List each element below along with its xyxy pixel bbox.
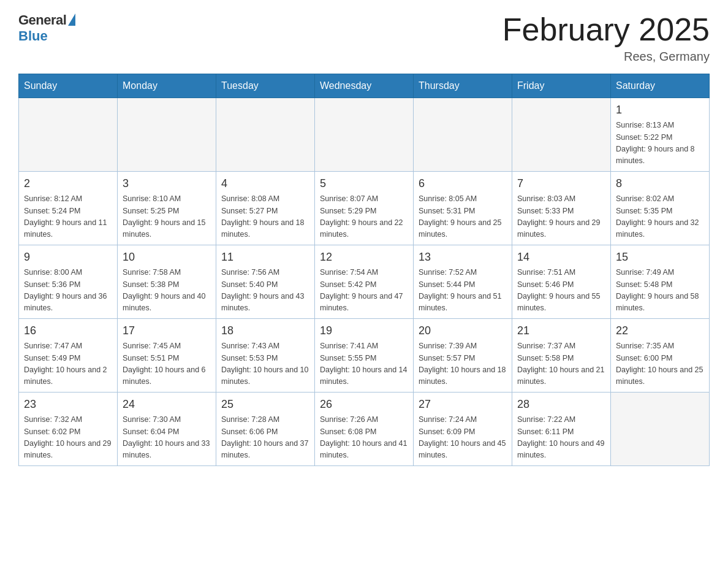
calendar-cell: 26Sunrise: 7:26 AMSunset: 6:08 PMDayligh… — [315, 393, 414, 466]
calendar-cell: 4Sunrise: 8:08 AMSunset: 5:27 PMDaylight… — [216, 172, 315, 245]
calendar-cell — [512, 98, 611, 172]
calendar-cell: 23Sunrise: 7:32 AMSunset: 6:02 PMDayligh… — [19, 393, 118, 466]
calendar-week-3: 9Sunrise: 8:00 AMSunset: 5:36 PMDaylight… — [19, 245, 710, 319]
day-info: Sunrise: 7:26 AMSunset: 6:08 PMDaylight:… — [320, 414, 408, 462]
calendar-cell — [118, 98, 216, 172]
day-number: 9 — [24, 249, 112, 266]
day-number: 14 — [517, 249, 605, 266]
day-info: Sunrise: 7:54 AMSunset: 5:42 PMDaylight:… — [320, 267, 408, 315]
day-number: 26 — [320, 396, 408, 413]
calendar-cell — [315, 98, 414, 172]
day-info: Sunrise: 7:56 AMSunset: 5:40 PMDaylight:… — [221, 267, 309, 315]
day-info: Sunrise: 8:07 AMSunset: 5:29 PMDaylight:… — [320, 193, 408, 241]
calendar-cell: 8Sunrise: 8:02 AMSunset: 5:35 PMDaylight… — [611, 172, 710, 245]
day-number: 24 — [123, 396, 211, 413]
day-number: 15 — [616, 249, 704, 266]
day-number: 18 — [221, 323, 309, 339]
calendar-cell: 6Sunrise: 8:05 AMSunset: 5:31 PMDaylight… — [414, 172, 512, 245]
day-number: 16 — [24, 323, 112, 339]
weekday-header-saturday: Saturday — [611, 74, 710, 98]
day-number: 10 — [123, 249, 211, 266]
calendar-cell: 27Sunrise: 7:24 AMSunset: 6:09 PMDayligh… — [414, 393, 512, 466]
calendar-cell: 2Sunrise: 8:12 AMSunset: 5:24 PMDaylight… — [19, 172, 118, 245]
day-info: Sunrise: 7:30 AMSunset: 6:04 PMDaylight:… — [123, 414, 211, 462]
day-info: Sunrise: 7:45 AMSunset: 5:51 PMDaylight:… — [123, 340, 211, 388]
day-number: 25 — [221, 396, 309, 413]
calendar-cell: 25Sunrise: 7:28 AMSunset: 6:06 PMDayligh… — [216, 393, 315, 466]
calendar-week-5: 23Sunrise: 7:32 AMSunset: 6:02 PMDayligh… — [19, 393, 710, 466]
day-number: 23 — [24, 396, 112, 413]
calendar-cell: 17Sunrise: 7:45 AMSunset: 5:51 PMDayligh… — [118, 319, 216, 393]
day-number: 12 — [320, 249, 408, 266]
day-info: Sunrise: 7:24 AMSunset: 6:09 PMDaylight:… — [419, 414, 507, 462]
day-number: 3 — [123, 175, 211, 192]
day-info: Sunrise: 7:41 AMSunset: 5:55 PMDaylight:… — [320, 340, 408, 388]
day-number: 5 — [320, 175, 408, 192]
weekday-header-friday: Friday — [512, 74, 611, 98]
day-info: Sunrise: 7:49 AMSunset: 5:48 PMDaylight:… — [616, 267, 704, 315]
calendar-table: SundayMondayTuesdayWednesdayThursdayFrid… — [18, 74, 710, 466]
day-number: 2 — [24, 175, 112, 192]
weekday-header-sunday: Sunday — [19, 74, 118, 98]
day-info: Sunrise: 8:05 AMSunset: 5:31 PMDaylight:… — [419, 193, 507, 241]
calendar-cell: 16Sunrise: 7:47 AMSunset: 5:49 PMDayligh… — [19, 319, 118, 393]
day-number: 22 — [616, 323, 704, 339]
day-info: Sunrise: 7:51 AMSunset: 5:46 PMDaylight:… — [517, 267, 605, 315]
calendar-week-4: 16Sunrise: 7:47 AMSunset: 5:49 PMDayligh… — [19, 319, 710, 393]
calendar-cell: 18Sunrise: 7:43 AMSunset: 5:53 PMDayligh… — [216, 319, 315, 393]
day-info: Sunrise: 8:00 AMSunset: 5:36 PMDaylight:… — [24, 267, 112, 315]
logo: General Blue — [18, 12, 75, 44]
day-number: 27 — [419, 396, 507, 413]
day-number: 28 — [517, 396, 605, 413]
day-number: 7 — [517, 175, 605, 192]
day-info: Sunrise: 7:28 AMSunset: 6:06 PMDaylight:… — [221, 414, 309, 462]
day-info: Sunrise: 7:37 AMSunset: 5:58 PMDaylight:… — [517, 340, 605, 388]
calendar-cell: 7Sunrise: 8:03 AMSunset: 5:33 PMDaylight… — [512, 172, 611, 245]
day-info: Sunrise: 7:32 AMSunset: 6:02 PMDaylight:… — [24, 414, 112, 462]
day-number: 11 — [221, 249, 309, 266]
calendar-cell: 20Sunrise: 7:39 AMSunset: 5:57 PMDayligh… — [414, 319, 512, 393]
day-info: Sunrise: 8:02 AMSunset: 5:35 PMDaylight:… — [616, 193, 704, 241]
calendar-cell: 15Sunrise: 7:49 AMSunset: 5:48 PMDayligh… — [611, 245, 710, 319]
day-info: Sunrise: 7:43 AMSunset: 5:53 PMDaylight:… — [221, 340, 309, 388]
logo-blue-text: Blue — [18, 28, 48, 44]
weekday-header-monday: Monday — [118, 74, 216, 98]
logo-triangle-icon — [68, 13, 75, 26]
day-info: Sunrise: 8:10 AMSunset: 5:25 PMDaylight:… — [123, 193, 211, 241]
calendar-cell: 22Sunrise: 7:35 AMSunset: 6:00 PMDayligh… — [611, 319, 710, 393]
calendar-cell: 11Sunrise: 7:56 AMSunset: 5:40 PMDayligh… — [216, 245, 315, 319]
day-number: 17 — [123, 323, 211, 339]
calendar-cell: 9Sunrise: 8:00 AMSunset: 5:36 PMDaylight… — [19, 245, 118, 319]
day-info: Sunrise: 7:39 AMSunset: 5:57 PMDaylight:… — [419, 340, 507, 388]
calendar-cell: 13Sunrise: 7:52 AMSunset: 5:44 PMDayligh… — [414, 245, 512, 319]
calendar-cell: 10Sunrise: 7:58 AMSunset: 5:38 PMDayligh… — [118, 245, 216, 319]
calendar-week-1: 1Sunrise: 8:13 AMSunset: 5:22 PMDaylight… — [19, 98, 710, 172]
calendar-cell: 28Sunrise: 7:22 AMSunset: 6:11 PMDayligh… — [512, 393, 611, 466]
calendar-cell — [19, 98, 118, 172]
day-info: Sunrise: 8:12 AMSunset: 5:24 PMDaylight:… — [24, 193, 112, 241]
day-number: 20 — [419, 323, 507, 339]
header-right: February 2025 Rees, Germany — [502, 12, 710, 64]
weekday-header-row: SundayMondayTuesdayWednesdayThursdayFrid… — [19, 74, 710, 98]
weekday-header-thursday: Thursday — [414, 74, 512, 98]
day-info: Sunrise: 8:03 AMSunset: 5:33 PMDaylight:… — [517, 193, 605, 241]
day-number: 21 — [517, 323, 605, 339]
location: Rees, Germany — [502, 50, 710, 64]
day-number: 4 — [221, 175, 309, 192]
calendar-cell: 3Sunrise: 8:10 AMSunset: 5:25 PMDaylight… — [118, 172, 216, 245]
weekday-header-wednesday: Wednesday — [315, 74, 414, 98]
calendar-cell: 14Sunrise: 7:51 AMSunset: 5:46 PMDayligh… — [512, 245, 611, 319]
day-number: 6 — [419, 175, 507, 192]
month-title: February 2025 — [502, 12, 710, 47]
day-info: Sunrise: 7:35 AMSunset: 6:00 PMDaylight:… — [616, 340, 704, 388]
calendar-cell — [414, 98, 512, 172]
calendar-cell: 24Sunrise: 7:30 AMSunset: 6:04 PMDayligh… — [118, 393, 216, 466]
day-info: Sunrise: 8:13 AMSunset: 5:22 PMDaylight:… — [616, 120, 704, 167]
day-number: 19 — [320, 323, 408, 339]
logo-general-text: General — [18, 12, 66, 28]
day-info: Sunrise: 7:52 AMSunset: 5:44 PMDaylight:… — [419, 267, 507, 315]
calendar-cell: 21Sunrise: 7:37 AMSunset: 5:58 PMDayligh… — [512, 319, 611, 393]
day-number: 1 — [616, 102, 704, 118]
calendar-week-2: 2Sunrise: 8:12 AMSunset: 5:24 PMDaylight… — [19, 172, 710, 245]
day-info: Sunrise: 8:08 AMSunset: 5:27 PMDaylight:… — [221, 193, 309, 241]
